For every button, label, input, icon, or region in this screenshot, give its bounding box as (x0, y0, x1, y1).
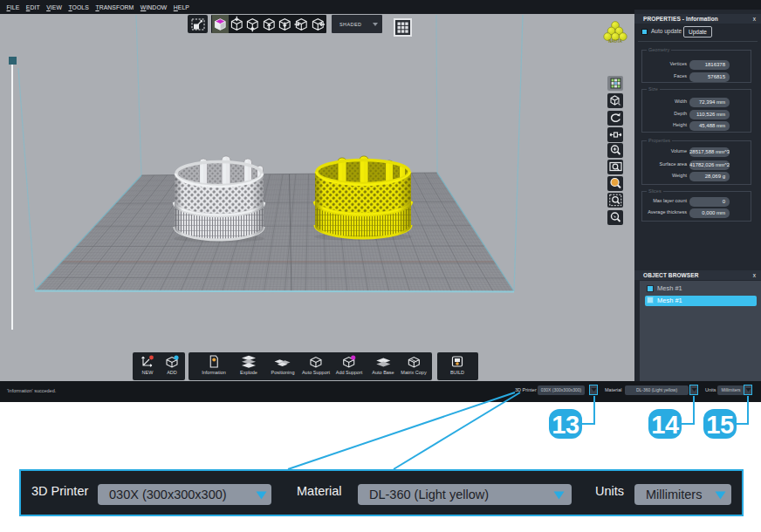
svg-text:15: 15 (706, 411, 734, 439)
svg-text:13: 13 (552, 411, 579, 439)
svg-text:14: 14 (651, 411, 679, 439)
